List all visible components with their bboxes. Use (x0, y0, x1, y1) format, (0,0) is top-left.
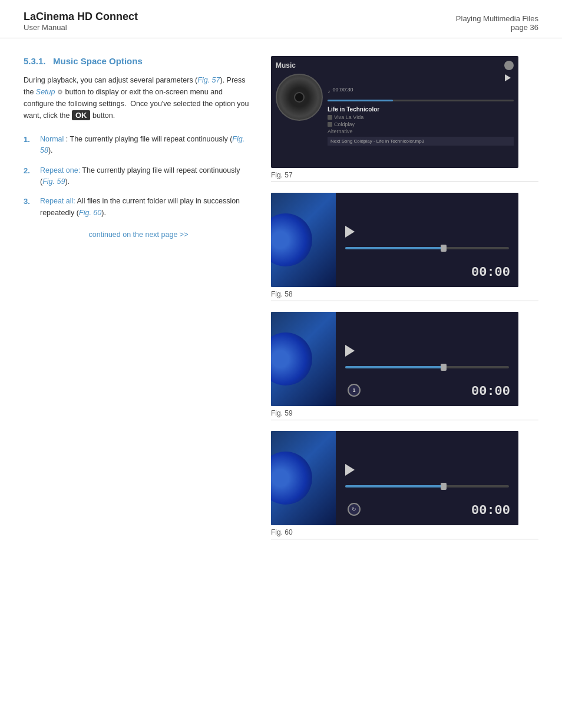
fig59-right: 1 00:00 (336, 312, 518, 406)
fig59-link[interactable]: Fig. 59 (42, 177, 65, 186)
page-number: page 36 (456, 23, 538, 32)
fig57-label: Fig. 57 (271, 171, 538, 179)
list-item: 1. Normal : The currently playing file w… (24, 134, 253, 157)
song-genre: Alternative (328, 129, 514, 134)
music-label: Music (276, 61, 296, 70)
figure-59-block: 1 00:00 Fig. 59 (271, 312, 538, 426)
fig60-right: ↻ 00:00 (336, 431, 518, 525)
song-album: Coldplay (328, 121, 514, 127)
figure-59-image: 1 00:00 (271, 312, 518, 406)
song-info: ♪ 00:00:30 Life in Technicolor Viva La V… (328, 74, 514, 163)
song-artist: Viva La Vida (328, 114, 514, 120)
album-center (294, 92, 305, 103)
fig60-circle (271, 452, 312, 505)
list-num-2: 2. (24, 165, 30, 177)
fig59-progress-row (345, 366, 509, 368)
main-content: 5.3.1. Music Space Options During playba… (0, 38, 562, 568)
figure-57-block: Music (271, 56, 538, 188)
next-song-value: Coldplay - Life in Technicolor.mp3 (354, 139, 424, 144)
repeat-one-icon: 1 (348, 384, 361, 397)
fig60-time: 00:00 (471, 503, 510, 518)
fig57-inner: ♪ 00:00:30 Life in Technicolor Viva La V… (276, 74, 514, 163)
song-title: Life in Technicolor (328, 106, 514, 113)
continued-text: continued on the next page >> (24, 230, 253, 239)
fig60-progress-track (345, 485, 509, 487)
fig58-circle (271, 213, 312, 266)
album-icon (328, 122, 332, 127)
figure-60-image: ↻ 00:00 (271, 431, 518, 525)
fig57-link[interactable]: Fig. 57 (197, 76, 220, 84)
intro-paragraph: During playback, you can adjust several … (24, 74, 253, 122)
play-triangle-59 (345, 345, 355, 357)
options-list: 1. Normal : The currently playing file w… (24, 134, 253, 219)
header-right: Playing Multimedia Files page 36 (456, 14, 538, 32)
fig57-divider (271, 182, 538, 182)
next-song-label: Next Song (330, 139, 352, 144)
fig60-mode-icon: ↻ (346, 502, 362, 517)
book-title: LaCinema HD Connect (24, 11, 138, 23)
figure-58-image: 00:00 (271, 193, 518, 287)
fig59-progress-fill (345, 366, 444, 368)
option-repeat-all: Repeat all: (40, 197, 75, 205)
figure-58-block: 00:00 Fig. 58 (271, 193, 538, 307)
fig59-progress-thumb (441, 364, 447, 371)
section-title-text: Music Space Options (53, 56, 143, 66)
fig59-divider (271, 420, 538, 420)
fig58-label: Fig. 58 (271, 290, 538, 298)
list-num-3: 3. (24, 196, 30, 207)
section-heading: 5.3.1. Music Space Options (24, 56, 253, 66)
book-subtitle: User Manual (24, 23, 138, 32)
fig60-progress-thumb (441, 483, 447, 490)
fig60-playback: ↻ 00:00 (271, 431, 518, 525)
gear-icon: ⚙ (57, 87, 63, 98)
fig60-play (345, 464, 509, 476)
repeat-all-icon: ↻ (348, 503, 361, 516)
section-number: 5.3.1. (24, 56, 46, 66)
fig59-left (271, 312, 336, 406)
fig58-link[interactable]: Fig. 58 (40, 135, 244, 154)
fig60-progress-fill (345, 485, 444, 487)
progress-fill (328, 100, 393, 101)
fig58-right: 00:00 (336, 193, 518, 287)
list-item: 3. Repeat all: All files in the current … (24, 196, 253, 219)
progress-bar (328, 100, 514, 101)
fig58-playback: 00:00 (271, 193, 518, 287)
fig58-progress-thumb (441, 245, 447, 252)
right-column: Music (271, 56, 538, 550)
fig58-progress-fill (345, 247, 444, 249)
fig59-time: 00:00 (471, 384, 510, 399)
left-column: 5.3.1. Music Space Options During playba… (24, 56, 253, 550)
fig58-progress-row (345, 247, 509, 249)
play-triangle-icon (505, 74, 511, 81)
music-mode-icon (504, 61, 514, 70)
option-repeat-one: Repeat one: (40, 166, 80, 174)
fig60-link[interactable]: Fig. 60 (79, 209, 101, 217)
music-header: Music (276, 61, 514, 70)
section-title: Playing Multimedia Files (456, 14, 538, 23)
header-left: LaCinema HD Connect User Manual (24, 11, 138, 32)
fig58-divider (271, 301, 538, 301)
setup-link: Setup (36, 88, 55, 96)
fig58-left (271, 193, 336, 287)
artist-icon (328, 115, 332, 120)
fig58-progress-track (345, 247, 509, 249)
play-triangle-58 (345, 226, 355, 238)
fig60-label: Fig. 60 (271, 528, 538, 536)
figure-60-block: ↻ 00:00 Fig. 60 (271, 431, 538, 545)
fig59-progress-track (345, 366, 509, 368)
figure-57-image: Music (271, 56, 518, 168)
page-container: LaCinema HD Connect User Manual Playing … (0, 0, 562, 728)
ok-button-label: OK (72, 110, 91, 120)
fig60-divider (271, 539, 538, 539)
fig59-circle (271, 332, 312, 386)
list-item: 2. Repeat one: The currently playing fil… (24, 165, 253, 188)
fig59-mode-icon: 1 (346, 383, 362, 398)
page-header: LaCinema HD Connect User Manual Playing … (0, 0, 562, 38)
fig60-progress-row (345, 485, 509, 487)
fig58-time: 00:00 (471, 265, 510, 280)
play-button[interactable] (502, 74, 514, 82)
play-triangle-60 (345, 464, 355, 476)
music-note-icon: ♪ (328, 88, 330, 94)
fig58-play (345, 226, 509, 238)
option-normal: Normal (40, 135, 64, 143)
